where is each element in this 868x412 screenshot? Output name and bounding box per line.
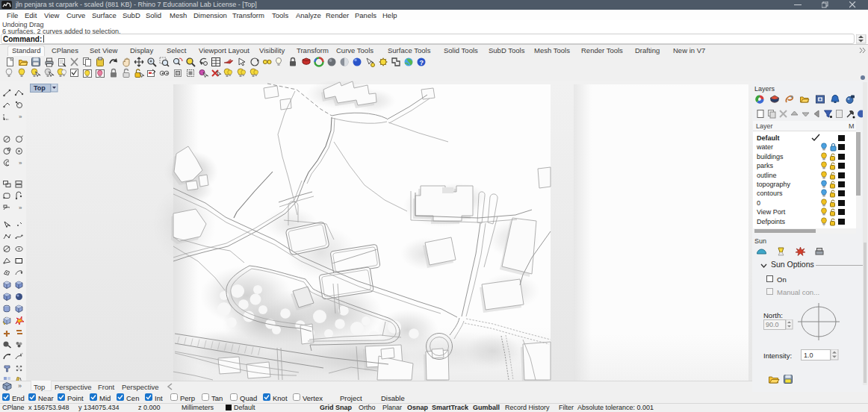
svg-text:?: ? [420, 59, 424, 66]
